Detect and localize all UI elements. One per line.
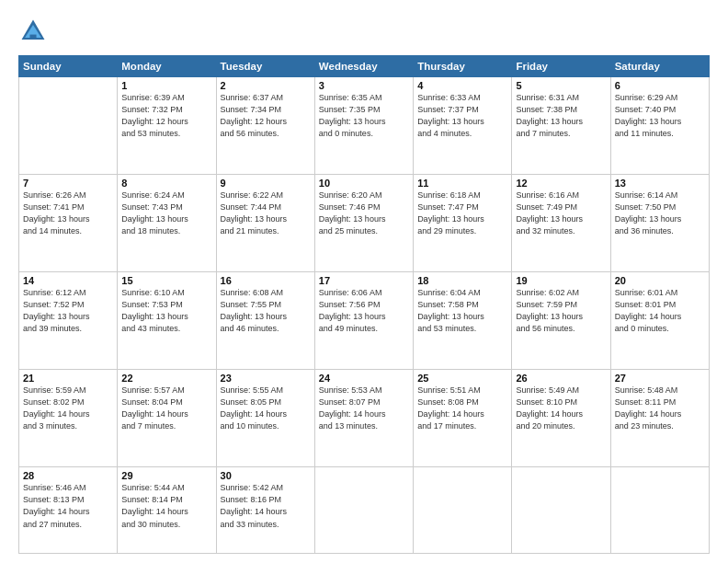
calendar-week-row: 7Sunrise: 6:26 AM Sunset: 7:41 PM Daylig… bbox=[19, 175, 710, 272]
calendar-day-cell: 29Sunrise: 5:44 AM Sunset: 8:14 PM Dayli… bbox=[118, 467, 216, 554]
day-number: 23 bbox=[221, 373, 311, 384]
calendar-day-cell bbox=[19, 77, 118, 175]
calendar-day-cell: 9Sunrise: 6:22 AM Sunset: 7:44 PM Daylig… bbox=[216, 175, 314, 272]
day-info: Sunrise: 5:44 AM Sunset: 8:14 PM Dayligh… bbox=[121, 482, 211, 530]
day-number: 16 bbox=[221, 275, 311, 286]
weekday-header: Friday bbox=[512, 56, 610, 77]
day-info: Sunrise: 6:16 AM Sunset: 7:49 PM Dayligh… bbox=[516, 190, 606, 237]
calendar-day-cell: 13Sunrise: 6:14 AM Sunset: 7:50 PM Dayli… bbox=[610, 175, 709, 272]
day-number: 12 bbox=[516, 178, 606, 189]
day-number: 25 bbox=[417, 373, 507, 384]
day-info: Sunrise: 5:55 AM Sunset: 8:05 PM Dayligh… bbox=[221, 385, 311, 432]
day-info: Sunrise: 5:49 AM Sunset: 8:10 PM Dayligh… bbox=[516, 385, 606, 432]
day-info: Sunrise: 6:24 AM Sunset: 7:43 PM Dayligh… bbox=[121, 190, 211, 237]
day-number: 24 bbox=[319, 373, 409, 384]
header bbox=[18, 17, 710, 46]
calendar-day-cell: 2Sunrise: 6:37 AM Sunset: 7:34 PM Daylig… bbox=[216, 77, 314, 175]
calendar-day-cell: 26Sunrise: 5:49 AM Sunset: 8:10 PM Dayli… bbox=[512, 370, 610, 467]
day-number: 8 bbox=[121, 178, 211, 189]
day-info: Sunrise: 6:22 AM Sunset: 7:44 PM Dayligh… bbox=[221, 190, 311, 237]
day-info: Sunrise: 5:42 AM Sunset: 8:16 PM Dayligh… bbox=[221, 482, 311, 530]
day-number: 5 bbox=[516, 80, 606, 91]
calendar-day-cell: 4Sunrise: 6:33 AM Sunset: 7:37 PM Daylig… bbox=[414, 77, 512, 175]
weekday-header: Thursday bbox=[414, 56, 512, 77]
day-info: Sunrise: 6:12 AM Sunset: 7:52 PM Dayligh… bbox=[23, 287, 113, 335]
day-info: Sunrise: 6:04 AM Sunset: 7:58 PM Dayligh… bbox=[417, 287, 507, 335]
day-info: Sunrise: 5:57 AM Sunset: 8:04 PM Dayligh… bbox=[121, 385, 211, 432]
day-number: 13 bbox=[615, 178, 705, 189]
calendar-day-cell: 30Sunrise: 5:42 AM Sunset: 8:16 PM Dayli… bbox=[216, 467, 314, 554]
day-info: Sunrise: 6:31 AM Sunset: 7:38 PM Dayligh… bbox=[516, 92, 606, 140]
day-info: Sunrise: 6:37 AM Sunset: 7:34 PM Dayligh… bbox=[221, 92, 311, 140]
day-number: 3 bbox=[319, 80, 409, 91]
weekday-header: Saturday bbox=[610, 56, 709, 77]
calendar-week-row: 28Sunrise: 5:46 AM Sunset: 8:13 PM Dayli… bbox=[19, 467, 710, 554]
day-info: Sunrise: 6:39 AM Sunset: 7:32 PM Dayligh… bbox=[121, 92, 211, 140]
weekday-header: Wednesday bbox=[314, 56, 413, 77]
calendar-day-cell: 19Sunrise: 6:02 AM Sunset: 7:59 PM Dayli… bbox=[512, 272, 610, 370]
calendar-day-cell: 12Sunrise: 6:16 AM Sunset: 7:49 PM Dayli… bbox=[512, 175, 610, 272]
calendar-day-cell: 21Sunrise: 5:59 AM Sunset: 8:02 PM Dayli… bbox=[19, 370, 118, 467]
calendar-header: SundayMondayTuesdayWednesdayThursdayFrid… bbox=[19, 56, 710, 77]
day-number: 29 bbox=[121, 470, 211, 481]
day-number: 26 bbox=[516, 373, 606, 384]
weekday-header: Sunday bbox=[19, 56, 118, 77]
calendar-day-cell bbox=[314, 467, 413, 554]
day-number: 19 bbox=[516, 275, 606, 286]
calendar-day-cell bbox=[610, 467, 709, 554]
calendar-day-cell: 20Sunrise: 6:01 AM Sunset: 8:01 PM Dayli… bbox=[610, 272, 709, 370]
calendar-week-row: 1Sunrise: 6:39 AM Sunset: 7:32 PM Daylig… bbox=[19, 77, 710, 175]
calendar-day-cell: 14Sunrise: 6:12 AM Sunset: 7:52 PM Dayli… bbox=[19, 272, 118, 370]
calendar-day-cell: 7Sunrise: 6:26 AM Sunset: 7:41 PM Daylig… bbox=[19, 175, 118, 272]
day-info: Sunrise: 6:02 AM Sunset: 7:59 PM Dayligh… bbox=[516, 287, 606, 335]
calendar-day-cell: 24Sunrise: 5:53 AM Sunset: 8:07 PM Dayli… bbox=[314, 370, 413, 467]
day-info: Sunrise: 5:46 AM Sunset: 8:13 PM Dayligh… bbox=[23, 482, 113, 530]
weekday-header: Tuesday bbox=[216, 56, 314, 77]
day-number: 6 bbox=[615, 80, 705, 91]
day-number: 11 bbox=[417, 178, 507, 189]
day-info: Sunrise: 6:20 AM Sunset: 7:46 PM Dayligh… bbox=[319, 190, 409, 237]
calendar-day-cell: 22Sunrise: 5:57 AM Sunset: 8:04 PM Dayli… bbox=[118, 370, 216, 467]
calendar-day-cell: 16Sunrise: 6:08 AM Sunset: 7:55 PM Dayli… bbox=[216, 272, 314, 370]
day-info: Sunrise: 6:06 AM Sunset: 7:56 PM Dayligh… bbox=[319, 287, 409, 335]
calendar-week-row: 14Sunrise: 6:12 AM Sunset: 7:52 PM Dayli… bbox=[19, 272, 710, 370]
calendar-day-cell: 17Sunrise: 6:06 AM Sunset: 7:56 PM Dayli… bbox=[314, 272, 413, 370]
day-info: Sunrise: 6:10 AM Sunset: 7:53 PM Dayligh… bbox=[121, 287, 211, 335]
calendar-day-cell: 15Sunrise: 6:10 AM Sunset: 7:53 PM Dayli… bbox=[118, 272, 216, 370]
day-number: 2 bbox=[221, 80, 311, 91]
calendar-day-cell: 3Sunrise: 6:35 AM Sunset: 7:35 PM Daylig… bbox=[314, 77, 413, 175]
day-info: Sunrise: 6:08 AM Sunset: 7:55 PM Dayligh… bbox=[221, 287, 311, 335]
page: SundayMondayTuesdayWednesdayThursdayFrid… bbox=[0, 0, 728, 563]
day-number: 30 bbox=[221, 470, 311, 481]
calendar-day-cell bbox=[512, 467, 610, 554]
day-number: 7 bbox=[23, 178, 113, 189]
day-info: Sunrise: 6:18 AM Sunset: 7:47 PM Dayligh… bbox=[417, 190, 507, 237]
day-number: 9 bbox=[221, 178, 311, 189]
calendar-day-cell: 6Sunrise: 6:29 AM Sunset: 7:40 PM Daylig… bbox=[610, 77, 709, 175]
calendar-day-cell: 8Sunrise: 6:24 AM Sunset: 7:43 PM Daylig… bbox=[118, 175, 216, 272]
calendar-day-cell: 23Sunrise: 5:55 AM Sunset: 8:05 PM Dayli… bbox=[216, 370, 314, 467]
day-number: 27 bbox=[615, 373, 705, 384]
calendar-week-row: 21Sunrise: 5:59 AM Sunset: 8:02 PM Dayli… bbox=[19, 370, 710, 467]
day-info: Sunrise: 6:35 AM Sunset: 7:35 PM Dayligh… bbox=[319, 92, 409, 140]
calendar-day-cell: 25Sunrise: 5:51 AM Sunset: 8:08 PM Dayli… bbox=[414, 370, 512, 467]
day-number: 21 bbox=[23, 373, 113, 384]
calendar-table: SundayMondayTuesdayWednesdayThursdayFrid… bbox=[18, 55, 710, 554]
svg-rect-2 bbox=[29, 35, 36, 40]
weekday-header: Monday bbox=[118, 56, 216, 77]
day-info: Sunrise: 5:53 AM Sunset: 8:07 PM Dayligh… bbox=[319, 385, 409, 432]
day-number: 1 bbox=[121, 80, 211, 91]
calendar-body: 1Sunrise: 6:39 AM Sunset: 7:32 PM Daylig… bbox=[19, 77, 710, 554]
day-info: Sunrise: 6:29 AM Sunset: 7:40 PM Dayligh… bbox=[615, 92, 705, 140]
calendar-day-cell: 18Sunrise: 6:04 AM Sunset: 7:58 PM Dayli… bbox=[414, 272, 512, 370]
day-number: 20 bbox=[615, 275, 705, 286]
day-number: 18 bbox=[417, 275, 507, 286]
calendar-day-cell: 5Sunrise: 6:31 AM Sunset: 7:38 PM Daylig… bbox=[512, 77, 610, 175]
weekday-row: SundayMondayTuesdayWednesdayThursdayFrid… bbox=[19, 56, 710, 77]
day-number: 22 bbox=[121, 373, 211, 384]
calendar-day-cell: 11Sunrise: 6:18 AM Sunset: 7:47 PM Dayli… bbox=[414, 175, 512, 272]
day-number: 10 bbox=[319, 178, 409, 189]
day-info: Sunrise: 5:48 AM Sunset: 8:11 PM Dayligh… bbox=[615, 385, 705, 432]
calendar-day-cell bbox=[414, 467, 512, 554]
day-number: 17 bbox=[319, 275, 409, 286]
